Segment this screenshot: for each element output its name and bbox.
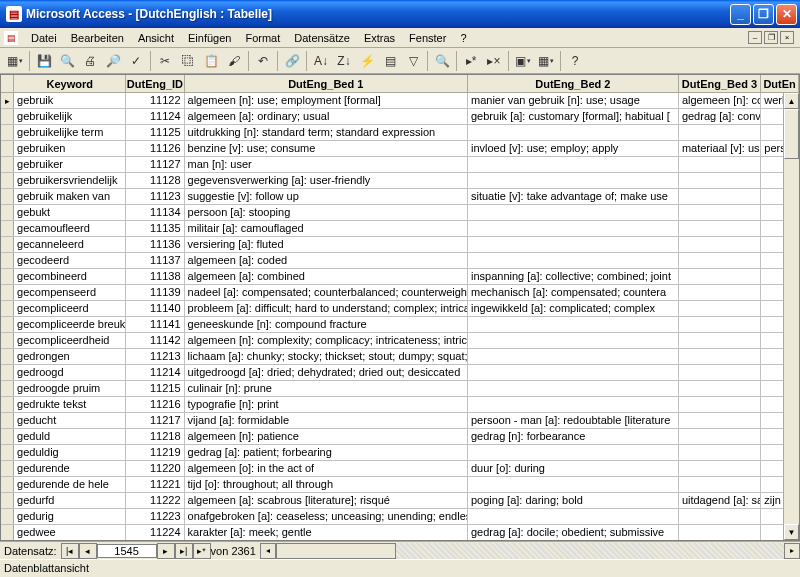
cell[interactable]: geduld xyxy=(14,429,126,444)
cell[interactable]: 11127 xyxy=(126,157,184,172)
col-duteng-bed2[interactable]: DutEng_Bed 2 xyxy=(468,75,679,92)
paste-button[interactable]: 📋 xyxy=(200,50,222,72)
cell[interactable] xyxy=(468,365,679,380)
cell[interactable] xyxy=(679,333,761,348)
mdi-minimize-button[interactable]: – xyxy=(748,31,762,44)
table-row[interactable]: gecompliceerde breuk11141geneeskunde [n]… xyxy=(1,317,799,333)
scroll-down-button[interactable]: ▼ xyxy=(784,524,799,540)
row-selector[interactable] xyxy=(1,269,14,284)
minimize-button[interactable]: _ xyxy=(730,4,751,25)
cell[interactable]: 11140 xyxy=(126,301,184,316)
cell[interactable]: algemeen [o]: in the act of xyxy=(185,461,468,476)
sort-desc-button[interactable]: Z↓ xyxy=(333,50,355,72)
table-row[interactable]: gedurfd11222algemeen [a]: scabrous [lite… xyxy=(1,493,799,509)
col-duteng-id[interactable]: DutEng_ID xyxy=(126,75,184,92)
row-selector[interactable] xyxy=(1,205,14,220)
cell[interactable]: 11222 xyxy=(126,493,184,508)
cell[interactable] xyxy=(679,365,761,380)
cell[interactable]: gecodeerd xyxy=(14,253,126,268)
row-selector[interactable] xyxy=(1,365,14,380)
table-row[interactable]: gecompliceerd11140probleem [a]: difficul… xyxy=(1,301,799,317)
cell[interactable] xyxy=(468,477,679,492)
col-keyword[interactable]: Keyword xyxy=(14,75,126,92)
cell[interactable]: materiaal [v]: use; xyxy=(679,141,761,156)
cell[interactable]: gecompliceerde breuk xyxy=(14,317,126,332)
menu-datei[interactable]: Datei xyxy=(24,30,64,46)
table-row[interactable]: gecompenseerd11139nadeel [a]: compensate… xyxy=(1,285,799,301)
cell[interactable] xyxy=(679,381,761,396)
filter-form-button[interactable]: ▤ xyxy=(379,50,401,72)
cell[interactable] xyxy=(679,445,761,460)
cell[interactable] xyxy=(679,205,761,220)
help-button[interactable]: ? xyxy=(564,50,586,72)
copy-button[interactable]: ⿻ xyxy=(177,50,199,72)
table-row[interactable]: gedrukte tekst11216typografie [n]: print xyxy=(1,397,799,413)
cell[interactable]: gebruikelijke term xyxy=(14,125,126,140)
cell[interactable] xyxy=(468,333,679,348)
cell[interactable]: persoon - man [a]: redoubtable [literatu… xyxy=(468,413,679,428)
cell[interactable]: gedrag [a]: docile; obedient; submissive xyxy=(468,525,679,540)
row-selector[interactable] xyxy=(1,381,14,396)
row-selector[interactable] xyxy=(1,333,14,348)
cell[interactable]: 11220 xyxy=(126,461,184,476)
cell[interactable]: algemeen [a]: scabrous [literature]; ris… xyxy=(185,493,468,508)
cell[interactable]: man [n]: user xyxy=(185,157,468,172)
cell[interactable] xyxy=(679,173,761,188)
row-selector[interactable] xyxy=(1,173,14,188)
row-selector[interactable] xyxy=(1,141,14,156)
table-row[interactable]: gedwee11224karakter [a]: meek; gentleged… xyxy=(1,525,799,540)
cell[interactable] xyxy=(679,285,761,300)
row-selector[interactable] xyxy=(1,157,14,172)
scroll-up-button[interactable]: ▲ xyxy=(784,93,799,109)
print-button[interactable]: 🖨 xyxy=(79,50,101,72)
table-row[interactable]: gebukt11134persoon [a]: stooping xyxy=(1,205,799,221)
cell[interactable]: gecamoufleerd xyxy=(14,221,126,236)
cell[interactable]: geneeskunde [n]: compound fracture xyxy=(185,317,468,332)
cell[interactable]: algemeen [n]: use; employment [formal] xyxy=(185,93,468,108)
cell[interactable]: 11125 xyxy=(126,125,184,140)
cell[interactable] xyxy=(679,429,761,444)
search-file-button[interactable]: 🔍 xyxy=(56,50,78,72)
filter-selection-button[interactable]: ⚡ xyxy=(356,50,378,72)
cell[interactable]: algemeen [n]: complexity; complicacy; in… xyxy=(185,333,468,348)
cell[interactable] xyxy=(679,237,761,252)
cell[interactable]: persoon [a]: stooping xyxy=(185,205,468,220)
cell[interactable]: gebruiken xyxy=(14,141,126,156)
nav-record-input[interactable] xyxy=(97,544,157,558)
cell[interactable]: 11221 xyxy=(126,477,184,492)
table-row[interactable]: gebruikersvriendelijk11128gegevensverwer… xyxy=(1,173,799,189)
cell[interactable]: inspanning [a]: collective; combined; jo… xyxy=(468,269,679,284)
cell[interactable]: tijd [o]: throughout; all through xyxy=(185,477,468,492)
cell[interactable]: 11139 xyxy=(126,285,184,300)
cell[interactable]: lichaam [a]: chunky; stocky; thickset; s… xyxy=(185,349,468,364)
menu-extras[interactable]: Extras xyxy=(357,30,402,46)
cell[interactable]: 11135 xyxy=(126,221,184,236)
new-object-button[interactable]: ▦ xyxy=(535,50,557,72)
row-selector[interactable] xyxy=(1,477,14,492)
table-row[interactable]: gedurig11223onafgebroken [a]: ceaseless;… xyxy=(1,509,799,525)
cell[interactable]: gecompliceerd xyxy=(14,301,126,316)
table-row[interactable]: gedroogd11214uitgedroogd [a]: dried; deh… xyxy=(1,365,799,381)
menu-help[interactable]: ? xyxy=(453,30,473,46)
cell[interactable]: gedrongen xyxy=(14,349,126,364)
cell[interactable] xyxy=(679,397,761,412)
row-selector[interactable] xyxy=(1,445,14,460)
cell[interactable]: gegevensverwerking [a]: user-friendly xyxy=(185,173,468,188)
cell[interactable] xyxy=(679,317,761,332)
cell[interactable]: 11136 xyxy=(126,237,184,252)
cell[interactable]: nadeel [a]: compensated; counterbalanced… xyxy=(185,285,468,300)
cell[interactable]: gecompliceerdheid xyxy=(14,333,126,348)
toggle-filter-button[interactable]: ▽ xyxy=(402,50,424,72)
table-row[interactable]: geducht11217vijand [a]: formidablepersoo… xyxy=(1,413,799,429)
cell[interactable]: 11223 xyxy=(126,509,184,524)
row-selector[interactable] xyxy=(1,109,14,124)
cell[interactable]: gebukt xyxy=(14,205,126,220)
mdi-close-button[interactable]: × xyxy=(780,31,794,44)
cell[interactable]: geduldig xyxy=(14,445,126,460)
cell[interactable]: onafgebroken [a]: ceaseless; unceasing; … xyxy=(185,509,468,524)
cell[interactable]: vijand [a]: formidable xyxy=(185,413,468,428)
col-duteng-bed1[interactable]: DutEng_Bed 1 xyxy=(185,75,468,92)
cell[interactable]: 11134 xyxy=(126,205,184,220)
cell[interactable]: uitdrukking [n]: standard term; standard… xyxy=(185,125,468,140)
cell[interactable]: algemeen [n]: patience xyxy=(185,429,468,444)
